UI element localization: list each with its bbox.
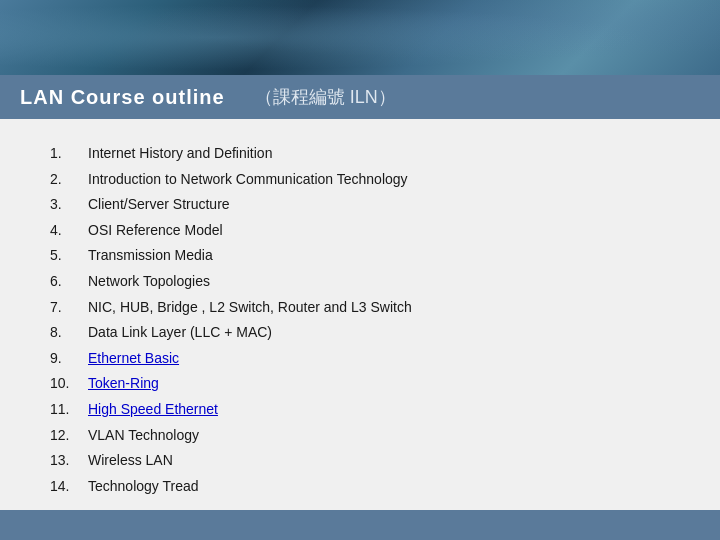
bottom-bar <box>0 510 720 540</box>
item-text[interactable]: Token-Ring <box>88 374 159 394</box>
item-number: 4. <box>50 221 88 241</box>
list-item: 3.Client/Server Structure <box>50 195 690 215</box>
item-number: 5. <box>50 246 88 266</box>
item-number: 12. <box>50 426 88 446</box>
page-title: LAN Course outline <box>20 86 225 109</box>
list-item: 12.VLAN Technology <box>50 426 690 446</box>
item-number: 13. <box>50 451 88 471</box>
list-item: 5.Transmission Media <box>50 246 690 266</box>
list-item: 8.Data Link Layer (LLC + MAC) <box>50 323 690 343</box>
item-number: 10. <box>50 374 88 394</box>
item-text: Transmission Media <box>88 246 213 266</box>
outline-list: 1.Internet History and Definition2.Intro… <box>50 144 690 496</box>
item-number: 2. <box>50 170 88 190</box>
top-image-banner <box>0 0 720 75</box>
page-subtitle: （課程編號 ILN） <box>255 85 396 109</box>
item-text: Wireless LAN <box>88 451 173 471</box>
item-text: NIC, HUB, Bridge , L2 Switch, Router and… <box>88 298 412 318</box>
list-item: 14.Technology Tread <box>50 477 690 497</box>
item-number: 9. <box>50 349 88 369</box>
item-number: 14. <box>50 477 88 497</box>
list-item: 2.Introduction to Network Communication … <box>50 170 690 190</box>
item-number: 6. <box>50 272 88 292</box>
item-number: 7. <box>50 298 88 318</box>
item-text: Technology Tread <box>88 477 199 497</box>
item-number: 11. <box>50 400 88 420</box>
item-number: 1. <box>50 144 88 164</box>
list-item: 1.Internet History and Definition <box>50 144 690 164</box>
item-text[interactable]: Ethernet Basic <box>88 349 179 369</box>
item-text[interactable]: High Speed Ethernet <box>88 400 218 420</box>
item-text: VLAN Technology <box>88 426 199 446</box>
item-text: Client/Server Structure <box>88 195 230 215</box>
item-text: OSI Reference Model <box>88 221 223 241</box>
main-content: 1.Internet History and Definition2.Intro… <box>0 119 720 522</box>
item-text: Data Link Layer (LLC + MAC) <box>88 323 272 343</box>
list-item: 7.NIC, HUB, Bridge , L2 Switch, Router a… <box>50 298 690 318</box>
item-number: 3. <box>50 195 88 215</box>
list-item: 11.High Speed Ethernet <box>50 400 690 420</box>
list-item: 13.Wireless LAN <box>50 451 690 471</box>
list-item: 4.OSI Reference Model <box>50 221 690 241</box>
header-bar: LAN Course outline （課程編號 ILN） <box>0 75 720 119</box>
list-item: 6.Network Topologies <box>50 272 690 292</box>
item-text: Network Topologies <box>88 272 210 292</box>
list-item: 9.Ethernet Basic <box>50 349 690 369</box>
item-text: Introduction to Network Communication Te… <box>88 170 408 190</box>
item-text: Internet History and Definition <box>88 144 272 164</box>
item-number: 8. <box>50 323 88 343</box>
list-item: 10.Token-Ring <box>50 374 690 394</box>
